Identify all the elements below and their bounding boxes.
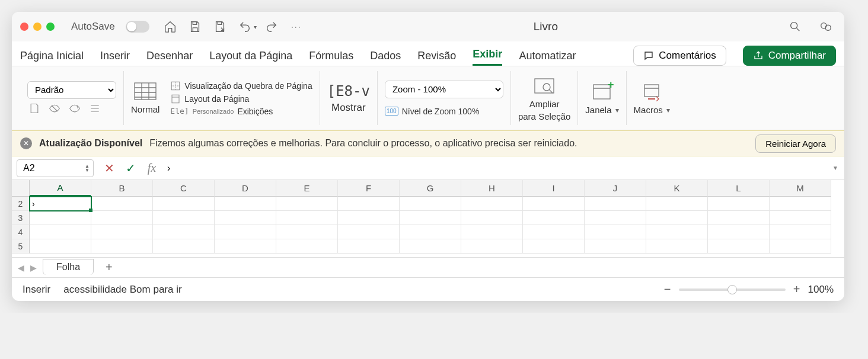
redo-icon[interactable] [264,19,279,34]
tab-review[interactable]: Revisão [417,46,456,66]
cell[interactable] [585,225,646,239]
name-box-stepper[interactable]: ▲▼ [85,164,90,172]
cell[interactable] [461,225,523,239]
zoom-100-button[interactable]: 100 Nível de Zoom 100% [385,107,503,116]
row-header[interactable]: 3 [12,211,30,225]
cell[interactable] [276,225,338,239]
cell[interactable] [30,211,91,225]
cell[interactable] [400,211,461,225]
macros-button[interactable]: Macros ▾ [634,81,670,115]
autosave-toggle[interactable] [126,21,149,33]
cell[interactable] [523,225,585,239]
column-header[interactable]: G [400,180,461,197]
cell[interactable] [91,225,153,239]
row-header[interactable]: 5 [12,239,30,254]
zoom-slider[interactable] [679,289,786,291]
cell[interactable] [770,197,831,211]
cell[interactable] [91,197,153,211]
share-button[interactable]: Compartilhar [743,46,836,66]
sheet-prev-icon[interactable]: ◀ [18,263,24,273]
tab-home[interactable]: Página Inicial [20,46,84,66]
comments-button[interactable]: Comentários [633,46,726,66]
fx-icon[interactable]: fx [141,161,162,175]
cell[interactable] [30,225,91,239]
zoom-out-button[interactable]: − [662,283,673,296]
cell[interactable] [770,211,831,225]
qat-more-icon[interactable]: ··· [289,19,304,34]
column-header[interactable]: C [153,180,215,197]
cell[interactable] [276,239,338,254]
column-header[interactable]: H [461,180,523,197]
cell[interactable] [523,197,585,211]
exit-view-icon[interactable] [47,101,62,116]
cell[interactable] [400,225,461,239]
column-header[interactable]: E [276,180,338,197]
maximize-button[interactable] [46,23,55,31]
column-header[interactable]: L [708,180,770,197]
column-header[interactable]: K [646,180,708,197]
zoom-select[interactable]: Zoom - 100% [385,81,503,98]
cell[interactable] [585,197,646,211]
column-header[interactable]: J [585,180,646,197]
cell[interactable] [276,197,338,211]
expand-formula-bar-icon[interactable]: ▼ [826,165,844,171]
sheet-tab[interactable]: Folha [43,259,94,275]
column-header[interactable]: I [523,180,585,197]
sheet-next-icon[interactable]: ▶ [30,263,37,273]
tab-page-layout[interactable]: Layout da Página [209,46,292,66]
undo-split-caret[interactable]: ▾ [254,24,257,30]
cell[interactable] [585,211,646,225]
cell[interactable] [215,197,276,211]
add-sheet-button[interactable]: + [100,261,119,274]
cell[interactable] [338,225,400,239]
tab-formulas[interactable]: Fórmulas [309,46,353,66]
cell[interactable] [770,225,831,239]
cell[interactable] [338,197,400,211]
cell[interactable] [338,239,400,254]
column-header[interactable]: F [338,180,400,197]
cell[interactable] [646,211,708,225]
column-header[interactable]: D [215,180,276,197]
cell[interactable] [708,225,770,239]
cell[interactable] [215,211,276,225]
new-view-icon[interactable] [68,101,82,116]
save-as-icon[interactable] [212,19,228,34]
name-box[interactable]: A2 ▲▼ [17,159,94,177]
cell[interactable] [646,225,708,239]
sheet-view-select[interactable]: Padrão [27,81,116,99]
restart-now-button[interactable]: Reiniciar Agora [755,134,836,153]
cell[interactable] [338,211,400,225]
cell[interactable] [400,197,461,211]
cell[interactable] [153,225,215,239]
cell[interactable] [708,197,770,211]
cell[interactable] [646,197,708,211]
banner-close-icon[interactable]: ✕ [20,137,32,149]
column-header[interactable]: B [91,180,153,197]
cell[interactable] [523,239,585,254]
column-header[interactable]: M [770,180,831,197]
cell[interactable] [153,197,215,211]
normal-view-button[interactable]: Normal [131,81,159,114]
view-options-icon[interactable] [88,101,102,116]
cell[interactable] [708,239,770,254]
cell[interactable] [585,239,646,254]
formula-input[interactable] [162,163,826,174]
enter-icon[interactable]: ✓ [120,161,141,175]
cell[interactable] [646,239,708,254]
page-break-preview-button[interactable]: Visualização da Quebra de Página [170,81,312,91]
cell[interactable] [30,239,91,254]
zoom-to-selection-button[interactable]: Ampliar para Seleção [518,75,570,121]
save-icon[interactable] [187,19,203,34]
cell[interactable] [523,211,585,225]
cell[interactable] [215,239,276,254]
tab-draw[interactable]: Desenhar [146,46,193,66]
cell[interactable] [153,239,215,254]
undo-button[interactable]: ▾ [235,19,257,34]
copilot-icon[interactable] [818,19,834,34]
tab-automate[interactable]: Automatizar [519,46,576,66]
search-icon[interactable] [787,19,803,34]
row-header[interactable]: 2 [12,197,30,211]
cell[interactable] [461,197,523,211]
cell[interactable]: › [30,197,91,211]
tab-view[interactable]: Exibir [473,44,502,66]
